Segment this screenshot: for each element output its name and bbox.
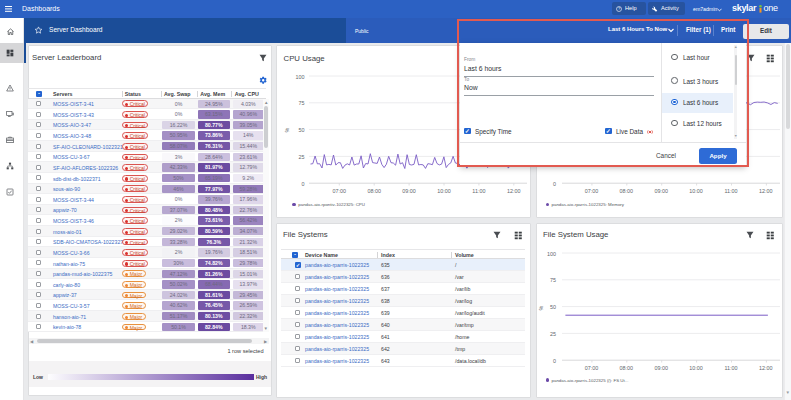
svg-text:?: ?: [618, 7, 620, 11]
